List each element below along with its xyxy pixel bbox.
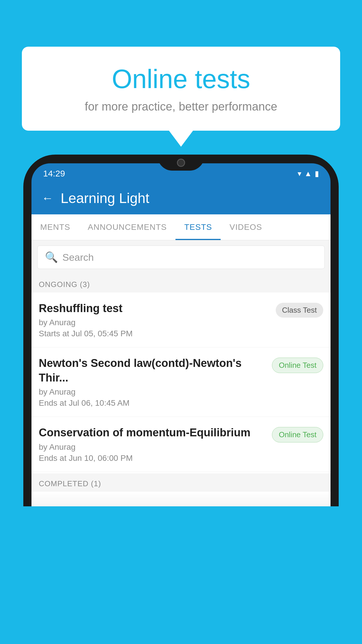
camera-icon (177, 159, 185, 167)
test-badge-3: Online Test (272, 427, 323, 442)
ongoing-section-header: ONGOING (3) (31, 274, 331, 293)
test-author-2: by Anurag (39, 387, 266, 397)
test-info-3: Conservation of momentum-Equilibrium by … (39, 426, 272, 463)
app-bar-title: Learning Light (61, 190, 149, 206)
phone-notch (158, 155, 204, 171)
signal-icon: ▲ (304, 169, 312, 178)
test-info-2: Newton's Second law(contd)-Newton's Thir… (39, 356, 272, 408)
online-tests-subtitle: for more practice, better performance (45, 100, 317, 113)
phone-body: 14:29 ▾ ▲ ▮ ← Learning Light MENTS (23, 155, 339, 506)
test-name-3: Conservation of momentum-Equilibrium (39, 426, 266, 440)
test-info-1: Reshuffling test by Anurag Starts at Jul… (39, 301, 276, 338)
test-badge-2: Online Test (272, 358, 323, 373)
ongoing-title: ONGOING (3) (39, 280, 90, 289)
test-item-3[interactable]: Conservation of momentum-Equilibrium by … (31, 417, 331, 472)
search-bar[interactable]: 🔍 Search (37, 246, 325, 269)
back-button[interactable]: ← (42, 192, 53, 205)
app-screen: ← Learning Light MENTS ANNOUNCEMENTS TES… (31, 182, 331, 506)
test-badge-1: Class Test (276, 303, 323, 318)
test-item-1[interactable]: Reshuffling test by Anurag Starts at Jul… (31, 293, 331, 347)
search-icon: 🔍 (45, 251, 58, 263)
online-tests-title: Online tests (45, 64, 317, 94)
tab-tests[interactable]: TESTS (175, 214, 221, 240)
phone-frame: 14:29 ▾ ▲ ▮ ← Learning Light MENTS (23, 155, 339, 644)
test-name-1: Reshuffling test (39, 301, 270, 316)
test-author-3: by Anurag (39, 442, 266, 452)
status-icons: ▾ ▲ ▮ (298, 169, 319, 178)
battery-icon: ▮ (315, 169, 319, 178)
test-date-1: Starts at Jul 05, 05:45 PM (39, 329, 270, 338)
test-date-2: Ends at Jul 06, 10:45 AM (39, 398, 266, 408)
test-date-3: Ends at Jun 10, 06:00 PM (39, 454, 266, 463)
wifi-icon: ▾ (298, 169, 301, 178)
bottom-fade (31, 492, 331, 506)
status-time: 14:29 (43, 169, 65, 178)
test-author-1: by Anurag (39, 318, 270, 327)
tab-ments[interactable]: MENTS (31, 214, 79, 240)
test-name-2: Newton's Second law(contd)-Newton's Thir… (39, 356, 266, 385)
app-bar: ← Learning Light (31, 182, 331, 214)
completed-section-header: COMPLETED (1) (31, 473, 331, 492)
search-container: 🔍 Search (31, 240, 331, 274)
tab-announcements[interactable]: ANNOUNCEMENTS (79, 214, 175, 240)
test-item-2[interactable]: Newton's Second law(contd)-Newton's Thir… (31, 347, 331, 417)
status-bar: 14:29 ▾ ▲ ▮ (31, 163, 331, 182)
tab-videos[interactable]: VIDEOS (221, 214, 271, 240)
speech-bubble-container: Online tests for more practice, better p… (22, 47, 340, 131)
search-placeholder: Search (62, 252, 94, 263)
speech-bubble: Online tests for more practice, better p… (22, 47, 340, 131)
completed-title: COMPLETED (1) (39, 479, 101, 488)
test-list: Reshuffling test by Anurag Starts at Jul… (31, 293, 331, 472)
tab-bar: MENTS ANNOUNCEMENTS TESTS VIDEOS (31, 214, 331, 240)
